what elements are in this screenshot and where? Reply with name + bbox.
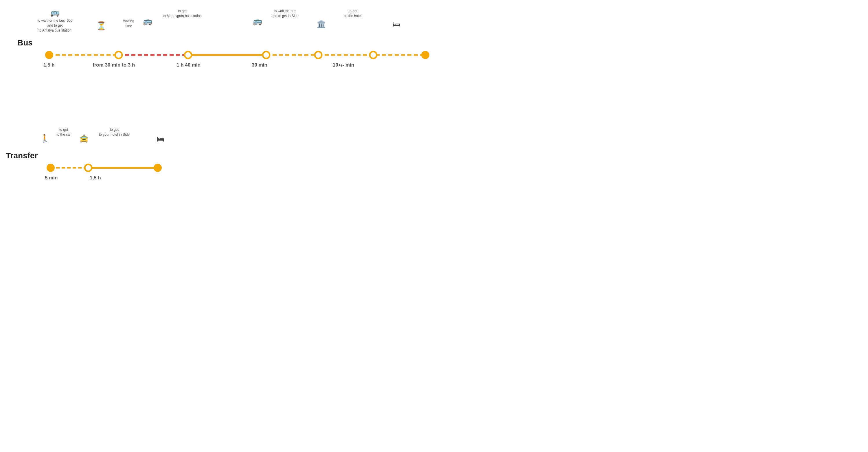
transfer-time-1: 5 min bbox=[45, 175, 58, 181]
bus-antalya-label: 🚌 to wait for the bus 600and to getto An… bbox=[29, 7, 81, 33]
bus-node-1 bbox=[45, 51, 53, 59]
bus-time-2: from 30 min to 3 h bbox=[93, 62, 135, 68]
bus-icon-2: 🚌 bbox=[142, 16, 153, 26]
bus-timeline-svg bbox=[32, 33, 431, 65]
monument-icon: 🏛️ bbox=[316, 20, 326, 28]
side-label: to wait the busand to get in Side bbox=[260, 9, 310, 19]
transfer-timeline-svg bbox=[42, 146, 204, 178]
bus-time-5: 10+/- min bbox=[333, 62, 354, 68]
transfer-time-2: 1,5 h bbox=[90, 175, 101, 181]
bus-icon-1: 🚌 bbox=[29, 7, 81, 18]
transfer-node-1 bbox=[46, 164, 55, 172]
monument-icon-wrap: 🏛️ bbox=[315, 19, 327, 29]
transfer-hotel-icon-wrap: 🛏 bbox=[153, 134, 168, 144]
transfer-node-3 bbox=[154, 164, 162, 172]
bus-node-4 bbox=[263, 52, 270, 58]
bus-node-2 bbox=[115, 52, 122, 58]
transfer-hotel-icon: 🛏 bbox=[157, 134, 164, 143]
bus-node-5 bbox=[315, 52, 322, 58]
bus-time-3: 1 h 40 min bbox=[177, 62, 200, 68]
bus-node-7 bbox=[421, 51, 429, 59]
transfer-node-2 bbox=[85, 164, 92, 171]
manavgata-label: to getto Manavgata bus station bbox=[153, 9, 211, 19]
hotel-icon: 🛏 bbox=[392, 20, 400, 29]
bus-time-4: 30 min bbox=[252, 62, 267, 68]
hotel-label: to getto the hotel bbox=[330, 9, 376, 19]
bus-time-1: 1,5 h bbox=[43, 62, 55, 68]
bus-icon-2-wrap: 🚌 bbox=[142, 16, 153, 27]
hotel-icon-wrap: 🛏 bbox=[389, 19, 404, 30]
bus-label: Bus bbox=[18, 38, 33, 48]
transfer-label: Transfer bbox=[6, 151, 38, 160]
bus-node-3 bbox=[185, 52, 191, 58]
bus-node-6 bbox=[370, 52, 377, 58]
hourglass-label: ⏳ bbox=[95, 20, 107, 32]
diagram-container: Bus bbox=[0, 0, 434, 226]
hotel-side-label: to getto your hotel in Side bbox=[87, 127, 142, 137]
waiting-time-label: waitingtime bbox=[114, 19, 143, 29]
